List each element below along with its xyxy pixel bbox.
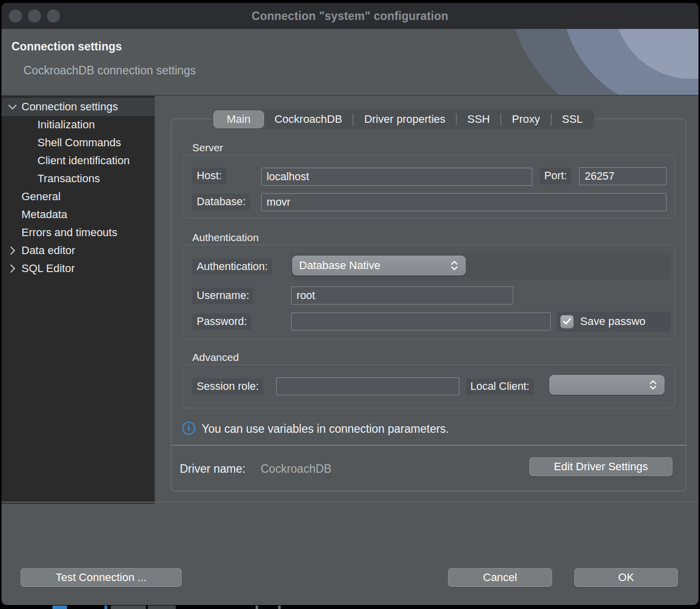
tab-cockroachdb[interactable]: CockroachDB	[264, 109, 353, 129]
cancel-button[interactable]: Cancel	[448, 568, 552, 587]
minimize-window-icon[interactable]	[28, 9, 41, 22]
dialog-window: Connection "system" configuration Connec…	[1, 3, 699, 605]
sidebar-item-general[interactable]: General	[1, 188, 155, 206]
traffic-lights	[9, 9, 60, 22]
save-password-row: Save password	[557, 311, 671, 331]
desktop-artifacts	[0, 605, 700, 609]
close-window-icon[interactable]	[9, 9, 22, 22]
tab-bar: Main CockroachDB Driver properties SSH P…	[212, 109, 594, 129]
settings-tree: Connection settings Initialization Shell…	[1, 96, 155, 504]
sidebar-item-label: Errors and timeouts	[21, 226, 117, 239]
authentication-selected-value: Database Native	[299, 259, 380, 272]
sidebar-item-label: Connection settings	[21, 100, 118, 113]
tab-ssh[interactable]: SSH	[457, 109, 500, 129]
port-label: Port:	[540, 168, 571, 184]
authentication-group-caption: Authentication	[192, 232, 259, 244]
sidebar-item-label: SQL Editor	[21, 262, 75, 275]
sidebar-item-label: Client identification	[37, 154, 130, 167]
desktop-artifact	[52, 606, 67, 609]
dialog-header: Connection settings CockroachDB connecti…	[1, 29, 699, 96]
footer-divider	[1, 502, 699, 503]
username-input[interactable]	[291, 287, 513, 304]
host-input[interactable]	[261, 168, 532, 186]
sidebar-item-label: Metadata	[21, 208, 67, 221]
authentication-select[interactable]: Database Native	[292, 256, 466, 276]
sidebar-item-errors-and-timeouts[interactable]: Errors and timeouts	[1, 224, 155, 242]
maximize-window-icon[interactable]	[47, 9, 60, 22]
port-input[interactable]	[579, 167, 667, 185]
sidebar-item-data-editor[interactable]: Data editor	[1, 242, 155, 260]
sidebar-item-client-identification[interactable]: Client identification	[1, 152, 155, 170]
sidebar-item-connection-settings[interactable]: Connection settings	[1, 98, 155, 116]
local-client-select[interactable]	[549, 375, 665, 395]
sidebar-item-label: Initialization	[37, 118, 95, 131]
host-label: Host:	[192, 168, 226, 184]
tab-driver-properties[interactable]: Driver properties	[353, 109, 456, 129]
desktop-artifact	[148, 606, 176, 609]
window-title: Connection "system" configuration	[252, 9, 448, 23]
sidebar-item-transactions[interactable]: Transactions	[1, 170, 155, 188]
title-bar[interactable]: Connection "system" configuration	[1, 3, 699, 29]
sidebar-item-initialization[interactable]: Initialization	[1, 116, 155, 134]
chevron-right-icon[interactable]	[5, 242, 19, 260]
database-label: Database:	[192, 194, 250, 210]
desktop-artifact	[256, 606, 258, 609]
session-role-input[interactable]	[276, 377, 459, 395]
sidebar-item-metadata[interactable]: Metadata	[1, 206, 155, 224]
desktop-artifact	[104, 606, 107, 609]
driver-name-value: CockroachDB	[261, 462, 332, 476]
sidebar-item-label: Transactions	[37, 172, 100, 185]
chevron-right-icon[interactable]	[5, 260, 19, 278]
page-subtitle: CockroachDB connection settings	[23, 64, 196, 77]
server-group-caption: Server	[192, 142, 223, 154]
desktop-artifact	[111, 606, 146, 609]
updown-chevrons-icon	[649, 379, 658, 391]
info-text: You can use variables in connection para…	[202, 422, 449, 436]
database-input[interactable]	[261, 193, 667, 211]
session-role-label: Session role:	[192, 378, 263, 395]
save-password-checkbox[interactable]	[560, 315, 574, 328]
chevron-down-icon[interactable]	[5, 98, 19, 116]
local-client-label: Local Client:	[466, 378, 534, 395]
sidebar-item-label: Data editor	[21, 244, 75, 257]
edit-driver-settings-button[interactable]: Edit Driver Settings	[529, 457, 673, 476]
content-divider	[171, 445, 687, 446]
desktop-artifact	[278, 606, 281, 609]
updown-chevrons-icon	[450, 260, 459, 272]
sidebar-item-sql-editor[interactable]: SQL Editor	[1, 260, 155, 278]
password-input[interactable]	[291, 312, 551, 330]
tab-proxy[interactable]: Proxy	[501, 109, 550, 129]
driver-name-label: Driver name:	[180, 462, 246, 476]
authentication-label: Authentication:	[192, 259, 272, 275]
info-icon: i	[182, 422, 195, 435]
sidebar-item-shell-commands[interactable]: Shell Commands	[1, 134, 155, 152]
sidebar-item-label: General	[21, 190, 60, 203]
tab-ssl[interactable]: SSL	[552, 109, 594, 129]
advanced-group-caption: Advanced	[192, 351, 239, 363]
save-password-label: Save password	[580, 315, 646, 328]
password-label: Password:	[192, 313, 251, 330]
username-label: Username:	[192, 288, 254, 304]
ok-button[interactable]: OK	[574, 568, 678, 587]
test-connection-button[interactable]: Test Connection ...	[20, 568, 182, 587]
sidebar-item-label: Shell Commands	[37, 136, 121, 149]
tab-main[interactable]: Main	[213, 110, 264, 128]
page-title: Connection settings	[11, 40, 122, 53]
